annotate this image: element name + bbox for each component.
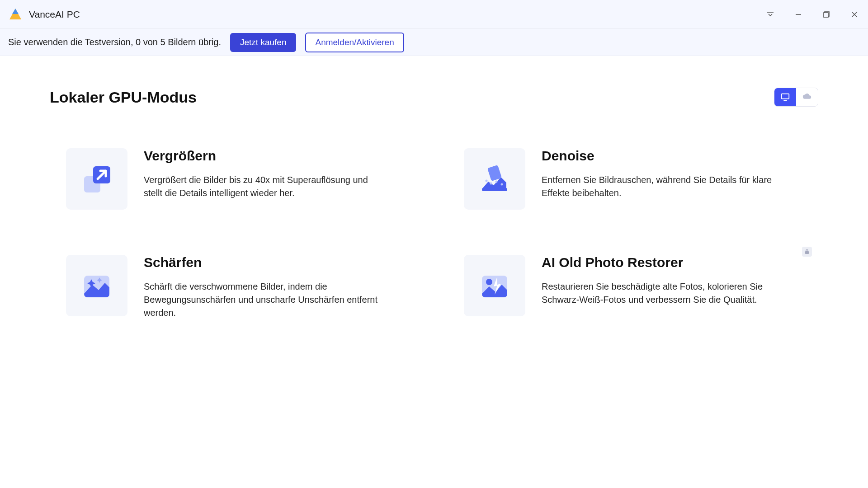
svg-rect-5	[824, 13, 828, 17]
page-header: Lokaler GPU-Modus	[50, 88, 818, 107]
local-mode-option[interactable]	[774, 88, 796, 106]
app-title: VanceAI PC	[29, 9, 765, 20]
feature-card-enlarge[interactable]: Vergrößern Vergrößert die Bilder bis zu …	[50, 134, 420, 224]
card-description: Restaurieren Sie beschädigte alte Fotos,…	[542, 280, 786, 306]
minimize-button[interactable]	[793, 9, 804, 20]
close-button[interactable]	[849, 9, 860, 20]
feature-card-restorer[interactable]: AI Old Photo Restorer Restaurieren Sie b…	[448, 240, 818, 334]
login-activate-button[interactable]: Anmelden/Aktivieren	[305, 33, 404, 52]
app-logo-icon	[8, 7, 23, 22]
trial-message: Sie verwenden die Testversion, 0 von 5 B…	[8, 37, 221, 47]
card-description: Entfernen Sie Bildrauschen, während Sie …	[542, 174, 786, 200]
content-area: Lokaler GPU-Modus	[0, 56, 868, 488]
svg-point-16	[501, 183, 503, 186]
buy-button[interactable]: Jetzt kaufen	[230, 33, 296, 52]
svg-marker-1	[12, 9, 19, 14]
svg-point-21	[486, 279, 492, 285]
enlarge-icon	[66, 148, 127, 210]
trial-bar: Sie verwenden die Testversion, 0 von 5 B…	[0, 29, 868, 56]
svg-point-15	[495, 181, 498, 183]
feature-card-sharpen[interactable]: Schärfen Schärft die verschwommene Bilde…	[50, 240, 420, 334]
app-window: VanceAI PC	[0, 0, 868, 488]
lock-icon	[802, 247, 812, 257]
card-body: Vergrößern Vergrößert die Bilder bis zu …	[144, 148, 404, 210]
card-title: Denoise	[542, 148, 802, 164]
cloud-mode-option[interactable]	[796, 88, 818, 106]
card-body: Denoise Entfernen Sie Bildrauschen, währ…	[542, 148, 802, 210]
mode-toggle	[774, 88, 818, 107]
titlebar: VanceAI PC	[0, 0, 868, 29]
card-title: Schärfen	[144, 255, 404, 270]
dropdown-button[interactable]	[765, 9, 776, 20]
svg-rect-17	[482, 188, 507, 191]
card-body: AI Old Photo Restorer Restaurieren Sie b…	[542, 255, 802, 319]
card-description: Schärft die verschwommene Bilder, indem …	[144, 280, 388, 319]
card-body: Schärfen Schärft die verschwommene Bilde…	[144, 255, 404, 319]
card-description: Vergrößert die Bilder bis zu 40x mit Sup…	[144, 174, 388, 200]
svg-point-13	[486, 180, 488, 182]
svg-point-14	[490, 183, 492, 185]
svg-rect-8	[782, 94, 789, 99]
denoise-icon	[464, 148, 525, 210]
card-title: AI Old Photo Restorer	[542, 255, 802, 270]
page-title: Lokaler GPU-Modus	[50, 89, 197, 106]
maximize-button[interactable]	[821, 9, 832, 20]
card-title: Vergrößern	[144, 148, 404, 164]
features-grid: Vergrößern Vergrößert die Bilder bis zu …	[50, 134, 818, 334]
restorer-icon	[464, 255, 525, 316]
feature-card-denoise[interactable]: Denoise Entfernen Sie Bildrauschen, währ…	[448, 134, 818, 224]
svg-rect-19	[805, 251, 809, 254]
window-controls	[765, 9, 860, 20]
sharpen-icon	[66, 255, 127, 316]
